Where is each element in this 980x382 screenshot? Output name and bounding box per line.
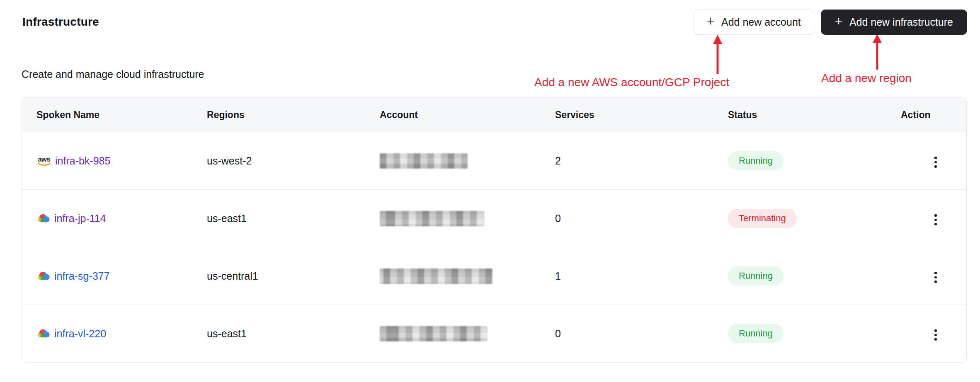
column-header: Action <box>901 109 966 121</box>
region-cell: us-east1 <box>207 328 380 340</box>
aws-icon: aws <box>36 157 51 167</box>
column-header: Regions <box>207 109 380 121</box>
row-actions-kebab-button[interactable] <box>927 325 945 345</box>
redacted-account-value <box>380 326 488 341</box>
column-header: Services <box>555 109 728 121</box>
services-count: 0 <box>555 328 728 340</box>
annotation-add-region: Add a new region <box>821 72 912 85</box>
services-count: 2 <box>555 155 728 167</box>
page-subtitle: Create and manage cloud infrastructure <box>22 68 958 80</box>
redacted-account-value <box>380 153 468 169</box>
add-account-button-label: Add new account <box>721 16 801 28</box>
redacted-account-value <box>380 268 492 284</box>
region-cell: us-east1 <box>207 213 380 225</box>
column-header: Account <box>380 109 555 121</box>
plus-icon: + <box>835 15 842 28</box>
table-row: aws infra-jp-114 <box>22 189 966 247</box>
column-header: Status <box>728 109 901 121</box>
status-badge: Running <box>728 324 784 343</box>
gcp-icon <box>36 328 51 339</box>
infrastructure-name-link[interactable]: infra-jp-114 <box>54 213 106 225</box>
annotation-arrow-up-icon <box>869 34 885 70</box>
row-actions-kebab-button[interactable] <box>927 152 945 172</box>
services-count: 0 <box>555 213 728 225</box>
plus-icon: + <box>707 15 714 28</box>
status-badge: Terminating <box>728 209 797 228</box>
infrastructure-name-link[interactable]: infra-sg-377 <box>54 270 109 282</box>
top-bar: Infrastructure + Add new account + Add n… <box>0 0 980 44</box>
gcp-icon <box>36 270 51 282</box>
table-row: aws infra-vl-220 <box>22 305 966 362</box>
infrastructure-table: Spoken NameRegionsAccountServicesStatusA… <box>22 97 967 363</box>
row-actions-kebab-button[interactable] <box>927 210 945 230</box>
annotation-arrow-up-icon <box>710 35 725 75</box>
page-title: Infrastructure <box>22 15 99 29</box>
add-infrastructure-button[interactable]: + Add new infrastructure <box>821 10 967 35</box>
region-cell: us-central1 <box>207 270 380 282</box>
region-cell: us-west-2 <box>207 155 380 167</box>
gcp-icon <box>36 213 51 224</box>
add-infrastructure-button-label: Add new infrastructure <box>849 16 953 28</box>
infrastructure-name-link[interactable]: infra-bk-985 <box>55 155 110 167</box>
table-header-row: Spoken NameRegionsAccountServicesStatusA… <box>22 98 966 132</box>
add-account-button[interactable]: + Add new account <box>694 10 814 35</box>
annotation-add-account: Add a new AWS account/GCP Project <box>534 76 729 89</box>
redacted-account-value <box>380 211 484 226</box>
services-count: 1 <box>555 270 728 282</box>
infrastructure-page: Infrastructure + Add new account + Add n… <box>0 0 980 382</box>
main-content: Create and manage cloud infrastructure S… <box>0 44 980 363</box>
row-actions-kebab-button[interactable] <box>927 267 945 287</box>
status-badge: Running <box>728 151 784 170</box>
infrastructure-name-link[interactable]: infra-vl-220 <box>54 328 106 340</box>
column-header: Spoken Name <box>22 109 207 121</box>
status-badge: Running <box>728 266 784 285</box>
table-row: aws infra-bk-985 <box>22 132 966 189</box>
table-body: aws infra-bk-985 <box>22 132 966 362</box>
table-row: aws infra-sg-377 <box>22 247 966 305</box>
